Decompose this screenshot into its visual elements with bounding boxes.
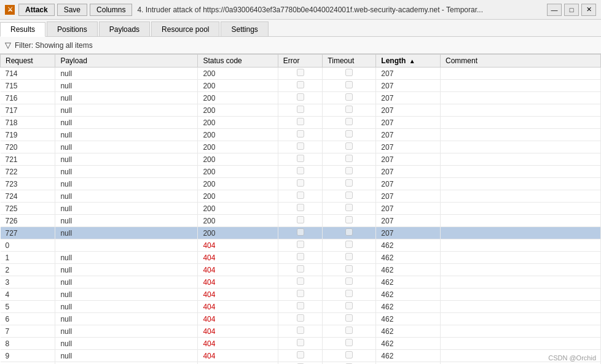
cell-timeout xyxy=(323,203,376,215)
table-row[interactable]: 715null200207 xyxy=(1,80,601,92)
filter-label: Filter: Showing all items xyxy=(15,41,93,50)
main-area: Request Payload Status code Error Timeou… xyxy=(0,54,601,364)
table-row[interactable]: 718null200207 xyxy=(1,117,601,129)
app-icon: ⚔ xyxy=(5,5,15,15)
table-row[interactable]: 6null404462 xyxy=(1,313,601,325)
tab-settings[interactable]: Settings xyxy=(221,21,268,36)
cell-timeout xyxy=(323,276,376,288)
col-header-length[interactable]: Length ▲ xyxy=(376,55,441,68)
cell-status: 200 xyxy=(198,153,278,166)
maximize-button[interactable]: □ xyxy=(564,4,579,16)
tab-resource-pool[interactable]: Resource pool xyxy=(151,21,219,36)
cell-error xyxy=(278,203,322,215)
cell-request: 722 xyxy=(1,166,55,178)
cell-length: 207 xyxy=(376,203,441,215)
cell-comment xyxy=(441,227,601,239)
tab-positions[interactable]: Positions xyxy=(47,21,98,36)
table-row[interactable]: 7null404462 xyxy=(1,325,601,338)
cell-error xyxy=(278,288,322,301)
col-header-timeout[interactable]: Timeout xyxy=(323,55,376,68)
table-row[interactable]: 9null404462 xyxy=(1,350,601,362)
cell-status: 404 xyxy=(198,288,278,301)
window-title: 4. Intruder attack of https://0a93006403… xyxy=(137,6,547,14)
col-header-error[interactable]: Error xyxy=(278,55,322,68)
cell-timeout xyxy=(323,252,376,264)
table-row[interactable]: 4null404462 xyxy=(1,288,601,301)
cell-payload: null xyxy=(55,288,198,301)
cell-length: 207 xyxy=(376,153,441,166)
table-row[interactable]: 5null404462 xyxy=(1,301,601,313)
cell-payload: null xyxy=(55,178,198,190)
cell-comment xyxy=(441,153,601,166)
tab-results[interactable]: Results xyxy=(0,22,45,37)
cell-error xyxy=(278,264,322,276)
error-checkbox xyxy=(297,253,304,260)
timeout-checkbox xyxy=(345,265,353,273)
cell-error xyxy=(278,215,322,227)
cell-length: 207 xyxy=(376,104,441,117)
cell-payload: null xyxy=(55,276,198,288)
error-checkbox xyxy=(297,69,304,76)
table-row[interactable]: 8null404462 xyxy=(1,338,601,350)
table-row[interactable]: null404462 xyxy=(1,362,601,365)
table-row[interactable]: 2null404462 xyxy=(1,264,601,276)
cell-length: 207 xyxy=(376,92,441,104)
timeout-checkbox xyxy=(345,118,353,125)
table-row[interactable]: 722null200207 xyxy=(1,166,601,178)
table-row[interactable]: 719null200207 xyxy=(1,129,601,141)
table-row[interactable]: 725null200207 xyxy=(1,203,601,215)
minimize-button[interactable]: — xyxy=(547,4,562,16)
error-checkbox xyxy=(297,290,304,297)
cell-status: 200 xyxy=(198,141,278,153)
col-header-comment[interactable]: Comment xyxy=(441,55,601,68)
table-row[interactable]: 723null200207 xyxy=(1,178,601,190)
error-checkbox xyxy=(297,302,304,309)
table-row[interactable]: 727null200207 xyxy=(1,227,601,239)
attack-button[interactable]: Attack xyxy=(18,4,55,16)
table-row[interactable]: 0404462 xyxy=(1,239,601,252)
table-row[interactable]: 3null404462 xyxy=(1,276,601,288)
col-header-status[interactable]: Status code xyxy=(198,55,278,68)
table-row[interactable]: 720null200207 xyxy=(1,141,601,153)
cell-request: 715 xyxy=(1,80,55,92)
cell-status: 200 xyxy=(198,227,278,239)
table-row[interactable]: 1null404462 xyxy=(1,252,601,264)
cell-length: 207 xyxy=(376,227,441,239)
cell-timeout xyxy=(323,141,376,153)
cell-error xyxy=(278,252,322,264)
cell-error xyxy=(278,166,322,178)
cell-request: 716 xyxy=(1,92,55,104)
table-row[interactable]: 726null200207 xyxy=(1,215,601,227)
tab-payloads[interactable]: Payloads xyxy=(99,21,150,36)
timeout-checkbox xyxy=(345,179,353,187)
cell-timeout xyxy=(323,68,376,80)
cell-status: 200 xyxy=(198,203,278,215)
table-row[interactable]: 714null200207 xyxy=(1,68,601,80)
error-checkbox xyxy=(297,155,304,162)
cell-request: 718 xyxy=(1,117,55,129)
error-checkbox xyxy=(297,106,304,113)
col-header-payload[interactable]: Payload xyxy=(55,55,198,68)
col-header-request[interactable]: Request xyxy=(1,55,55,68)
cell-error xyxy=(278,80,322,92)
table-row[interactable]: 717null200207 xyxy=(1,104,601,117)
cell-comment xyxy=(441,178,601,190)
cell-length: 462 xyxy=(376,338,441,350)
cell-length: 207 xyxy=(376,117,441,129)
close-button[interactable]: ✕ xyxy=(581,4,596,16)
cell-request: 727 xyxy=(1,227,55,239)
cell-status: 404 xyxy=(198,239,278,252)
cell-timeout xyxy=(323,190,376,203)
table-row[interactable]: 721null200207 xyxy=(1,153,601,166)
cell-comment xyxy=(441,215,601,227)
table-row[interactable]: 724null200207 xyxy=(1,190,601,203)
cell-payload: null xyxy=(55,227,198,239)
error-checkbox xyxy=(297,118,304,125)
cell-length: 462 xyxy=(376,325,441,338)
save-button[interactable]: Save xyxy=(57,4,87,16)
error-checkbox xyxy=(297,93,304,101)
columns-button[interactable]: Columns xyxy=(90,4,132,16)
table-row[interactable]: 716null200207 xyxy=(1,92,601,104)
table-container[interactable]: Request Payload Status code Error Timeou… xyxy=(0,54,601,364)
cell-timeout xyxy=(323,325,376,338)
